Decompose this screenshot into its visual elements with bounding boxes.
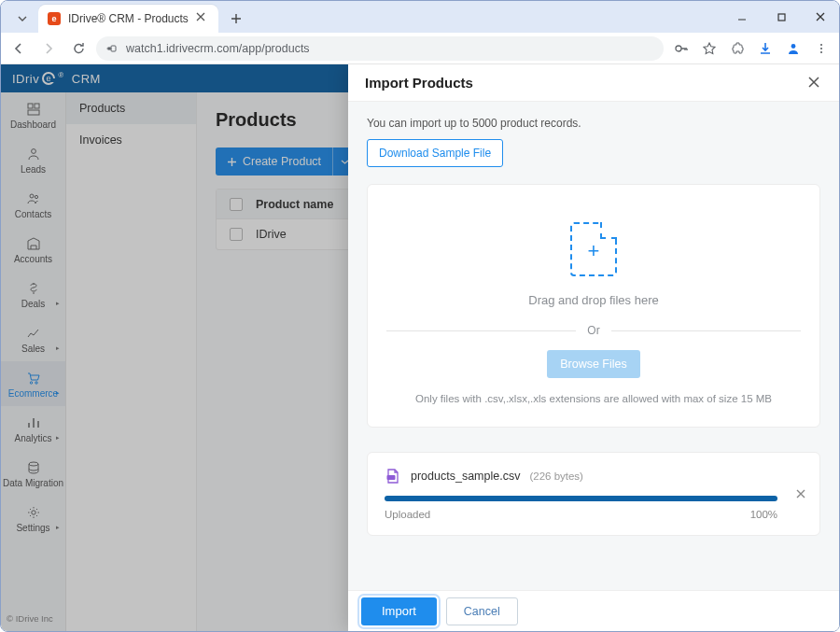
window-close-button[interactable]	[807, 7, 833, 27]
svg-rect-0	[778, 14, 785, 21]
profile-avatar-icon[interactable]	[785, 40, 802, 57]
close-icon[interactable]	[196, 12, 209, 25]
url-text: watch1.idrivecrm.com/app/products	[126, 42, 310, 55]
close-panel-button[interactable]	[807, 76, 822, 91]
download-sample-button[interactable]: Download Sample File	[367, 139, 503, 167]
window-maximize-button[interactable]	[768, 7, 794, 27]
browse-files-button[interactable]: Browse Files	[547, 350, 640, 378]
new-tab-button[interactable]	[224, 7, 248, 31]
remove-file-button[interactable]	[795, 488, 806, 499]
svg-rect-20	[387, 475, 396, 480]
csv-file-icon	[385, 468, 401, 485]
import-hint: You can import up to 5000 product record…	[367, 117, 820, 130]
import-button[interactable]: Import	[361, 597, 437, 625]
password-key-icon[interactable]	[673, 40, 690, 57]
tab-title: IDrive® CRM - Products	[68, 12, 189, 25]
downloads-icon[interactable]	[757, 40, 774, 57]
svg-point-8	[820, 50, 822, 52]
dropzone[interactable]: + Drag and drop files here Or Browse Fil…	[367, 184, 820, 428]
extensions-icon[interactable]	[729, 40, 746, 57]
panel-title: Import Products	[365, 75, 473, 91]
svg-rect-2	[111, 46, 116, 51]
upload-percent: 100%	[750, 509, 777, 520]
svg-point-6	[820, 43, 822, 45]
browser-tab[interactable]: e IDrive® CRM - Products	[38, 5, 218, 33]
tab-search-dropdown[interactable]	[12, 9, 33, 28]
allowed-extensions-text: Only files with .csv,.xlsx,.xls extensio…	[415, 393, 772, 404]
address-bar[interactable]: watch1.idrivecrm.com/app/products	[96, 36, 664, 61]
svg-point-5	[791, 44, 796, 49]
file-name: products_sample.csv	[411, 470, 520, 483]
favicon-icon: e	[48, 12, 61, 25]
nav-back-button[interactable]	[10, 40, 27, 57]
uploaded-file-card: products_sample.csv (226 bytes) Uploaded…	[367, 452, 820, 536]
nav-reload-button[interactable]	[70, 40, 87, 57]
cancel-button[interactable]: Cancel	[446, 597, 518, 625]
site-info-icon[interactable]	[105, 42, 119, 55]
chrome-menu-icon[interactable]	[813, 40, 830, 57]
svg-point-4	[676, 46, 681, 51]
nav-forward-button[interactable]	[40, 40, 57, 57]
window-minimize-button[interactable]	[729, 7, 755, 27]
import-products-panel: Import Products You can import up to 500…	[348, 64, 839, 631]
bookmark-star-icon[interactable]	[701, 40, 718, 57]
progress-bar	[385, 496, 777, 501]
file-size: (226 bytes)	[529, 470, 583, 482]
dropzone-text: Drag and drop files here	[528, 293, 658, 307]
or-divider: Or	[587, 324, 599, 337]
svg-point-7	[820, 47, 822, 49]
file-plus-icon: +	[570, 222, 617, 276]
upload-status: Uploaded	[385, 509, 430, 520]
